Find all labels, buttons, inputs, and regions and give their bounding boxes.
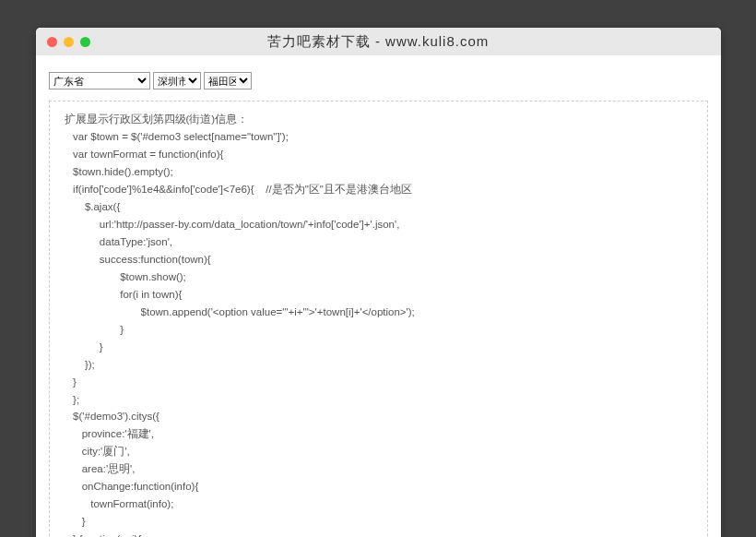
minimize-icon[interactable] [64, 37, 74, 47]
content-area: 广东省 深圳市 福田区 扩展显示行政区划第四级(街道)信息： var $town… [36, 55, 721, 537]
province-select[interactable]: 广东省 [49, 72, 150, 90]
code-box: 扩展显示行政区划第四级(街道)信息： var $town = $('#demo3… [49, 101, 708, 537]
window-title: 苦力吧素材下载 - www.kuli8.com [36, 33, 721, 51]
app-window: 苦力吧素材下载 - www.kuli8.com 广东省 深圳市 福田区 扩展显示… [36, 28, 721, 537]
window-controls [47, 37, 90, 47]
titlebar: 苦力吧素材下载 - www.kuli8.com [36, 28, 721, 55]
code-snippet: 扩展显示行政区划第四级(街道)信息： var $town = $('#demo3… [65, 111, 692, 537]
city-select[interactable]: 深圳市 [153, 72, 201, 90]
district-select[interactable]: 福田区 [204, 72, 252, 90]
region-selects: 广东省 深圳市 福田区 [49, 72, 708, 90]
close-icon[interactable] [47, 37, 57, 47]
maximize-icon[interactable] [80, 37, 90, 47]
